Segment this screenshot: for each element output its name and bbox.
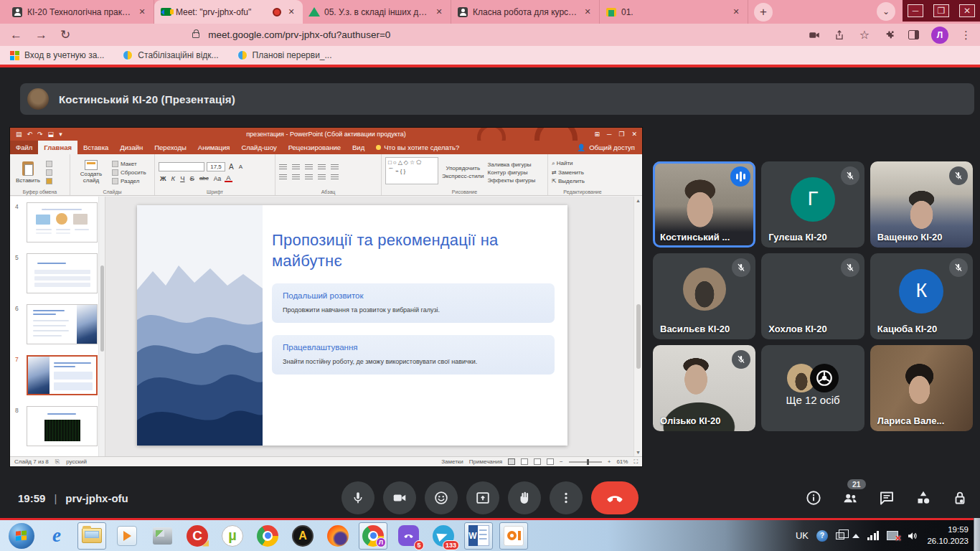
ppt-minimize-button[interactable]: ─ [607, 131, 611, 138]
new-slide-button[interactable]: Создать слайд [74, 157, 108, 187]
section-button[interactable]: Раздел [112, 178, 146, 184]
shape-effects-button[interactable]: Эффекты фигуры [488, 177, 536, 184]
font-color-button[interactable]: А [225, 174, 232, 182]
zoom-in-button[interactable]: + [608, 458, 611, 465]
telegram-icon[interactable]: 133 [429, 522, 458, 550]
tab-ki20-practice[interactable]: КІ-20 Технологічна практика ✕ [6, 0, 154, 24]
bookmark-item[interactable]: Стабілізаційні відк... [123, 50, 218, 60]
minimize-button[interactable]: ─ [908, 4, 923, 17]
present-button[interactable] [466, 481, 499, 514]
ccleaner-icon[interactable]: C [183, 522, 212, 550]
numbering-button[interactable] [292, 164, 300, 171]
ppt-restore-button[interactable]: ❐ [618, 131, 624, 138]
tab-class-work[interactable]: Класна робота для курсу "іст ✕ [451, 0, 600, 24]
shrink-font-button[interactable]: А [237, 164, 244, 170]
utorrent-icon[interactable]: µ [218, 522, 247, 550]
ppt-tellme[interactable]: Что вы хотите сделать? [370, 141, 465, 154]
tab-close-icon[interactable]: ✕ [730, 6, 742, 18]
media-player-icon[interactable] [113, 522, 141, 550]
participant-tile-overflow[interactable]: Ще 12 осіб [761, 345, 864, 431]
thumbnail-slide-8[interactable]: 8 [10, 406, 105, 447]
redo-icon[interactable]: ↷ [37, 131, 43, 138]
case-button[interactable]: Аа [212, 175, 223, 182]
zoom-slider[interactable] [569, 461, 602, 463]
strike-button[interactable]: S [189, 174, 196, 182]
camera-button[interactable] [383, 481, 416, 514]
ppt-tab-view[interactable]: Вид [347, 141, 370, 154]
scanner-icon[interactable] [148, 522, 176, 550]
line-spacing-button[interactable] [331, 164, 339, 171]
tab-meet[interactable]: Meet: "prv-jphx-ofu" ✕ [154, 0, 303, 24]
indent-decrease-button[interactable] [305, 164, 313, 171]
close-button[interactable]: ✕ [959, 4, 975, 17]
tab-close-icon[interactable]: ✕ [433, 6, 445, 18]
site-lock-icon[interactable] [192, 32, 199, 38]
participants-button[interactable]: 21 [842, 489, 859, 507]
screenshot-app-icon[interactable] [499, 522, 528, 550]
align-left-button[interactable] [279, 174, 287, 181]
font-size-input[interactable]: 17,5 [207, 162, 225, 171]
shape-outline-button[interactable]: Контур фигуры [488, 169, 536, 176]
comments-button[interactable]: Примечания [469, 458, 502, 465]
justify-button[interactable] [318, 174, 326, 181]
participant-tile-katsiuba[interactable]: К Кацюба КІ-20 [870, 253, 973, 339]
participant-tile-khokhlov[interactable]: Хохлов КІ-20 [761, 253, 864, 339]
tab-close-icon[interactable]: ✕ [136, 6, 148, 18]
aimp-icon[interactable]: A [288, 522, 317, 550]
internet-explorer-icon[interactable]: e [42, 522, 71, 550]
reactions-button[interactable] [425, 481, 458, 514]
activities-button[interactable] [915, 489, 932, 507]
windows-update-icon[interactable] [836, 532, 844, 540]
ppt-share-button[interactable]: 👤Общий доступ [570, 141, 642, 154]
camera-allowed-icon[interactable] [808, 29, 821, 42]
paste-button[interactable]: Вставить [14, 157, 42, 187]
show-desktop-button[interactable] [974, 518, 980, 551]
format-painter-button[interactable] [46, 178, 52, 184]
thumbnail-scrollbar[interactable] [98, 197, 105, 456]
tab-search-chevron-icon[interactable]: ⌄ [877, 2, 895, 21]
sidebar-icon[interactable] [908, 30, 919, 39]
new-tab-button[interactable]: + [754, 3, 773, 22]
participant-tile-vasyliev[interactable]: Васильєв КІ-20 [653, 253, 755, 339]
profile-avatar[interactable]: Л [931, 27, 948, 44]
bookmark-star-icon[interactable]: ☆ [858, 29, 871, 42]
bullets-button[interactable] [279, 164, 287, 171]
ppt-close-button[interactable]: ✕ [631, 131, 637, 138]
shape-fill-button[interactable]: Заливка фигуры [488, 161, 536, 168]
replace-button[interactable]: ⇄ Заменить [552, 169, 585, 176]
volume-icon[interactable] [906, 529, 919, 542]
firefox-icon[interactable] [324, 522, 352, 550]
chrome-icon[interactable] [253, 522, 282, 550]
ppt-tab-home[interactable]: Главная [38, 141, 77, 154]
thumbnail-slide-7-selected[interactable]: 7 [10, 355, 105, 396]
undo-icon[interactable]: ↶ [27, 131, 33, 138]
host-controls-button[interactable] [951, 489, 969, 507]
slide-box-development[interactable]: Подальший розвиток Продовжити навчання т… [272, 283, 555, 323]
view-sorter-button[interactable] [521, 458, 528, 465]
font-name-input[interactable] [159, 162, 204, 171]
mic-button[interactable] [341, 481, 374, 514]
fit-slide-icon[interactable]: ⛶ [633, 458, 638, 466]
chat-button[interactable] [878, 489, 895, 507]
view-slideshow-button[interactable] [547, 458, 554, 465]
reload-button[interactable]: ↻ [60, 27, 70, 42]
underline-button[interactable]: Ч [179, 174, 186, 182]
tab-classroom[interactable]: 01. ✕ [600, 0, 748, 24]
share-icon[interactable] [833, 29, 846, 42]
current-slide[interactable]: Пропозиції та рекомендації на майбутнє П… [137, 205, 567, 446]
view-reading-button[interactable] [534, 458, 541, 465]
arrange-button[interactable]: Упорядочить [446, 165, 480, 171]
zoom-out-button[interactable]: − [560, 458, 563, 465]
ppt-tab-transitions[interactable]: Переходы [149, 141, 192, 154]
end-call-button[interactable] [591, 481, 639, 514]
viber-icon[interactable]: 5 [394, 522, 423, 550]
find-button[interactable]: ⌕ Найти [552, 160, 585, 167]
language-label[interactable]: русский [66, 458, 87, 465]
shapes-gallery[interactable]: □○△◇☆⬠ ⌒⌁{} [385, 157, 438, 184]
ppt-ribbon-options-icon[interactable]: ⊞ [594, 131, 600, 138]
thumbnail-slide-4[interactable]: 4 ■ [10, 202, 105, 243]
bookmark-item[interactable]: Вход в учетную за... [10, 50, 104, 60]
network-disconnected-icon[interactable] [887, 531, 898, 540]
participant-tile-larysa[interactable]: Лариса Вале... [870, 345, 973, 431]
align-right-button[interactable] [305, 174, 313, 181]
